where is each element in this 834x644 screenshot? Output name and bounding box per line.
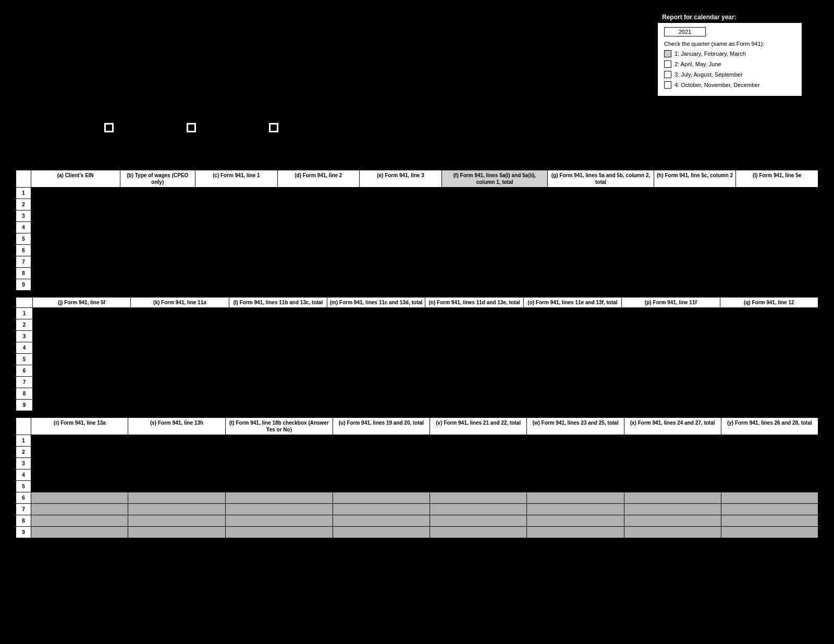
data-cell[interactable] — [654, 245, 736, 256]
data-cell[interactable] — [736, 199, 818, 210]
data-cell[interactable] — [360, 279, 442, 291]
data-cell[interactable] — [225, 447, 333, 458]
data-cell[interactable] — [430, 447, 527, 458]
data-cell[interactable] — [120, 188, 195, 199]
data-cell[interactable] — [721, 515, 818, 527]
data-cell[interactable] — [548, 268, 654, 279]
data-cell[interactable] — [654, 233, 736, 245]
data-cell[interactable] — [430, 435, 527, 447]
data-cell[interactable] — [195, 279, 278, 291]
data-cell[interactable] — [527, 492, 624, 504]
data-cell[interactable] — [622, 365, 720, 377]
data-cell[interactable] — [277, 210, 360, 222]
data-cell[interactable] — [225, 527, 333, 538]
data-cell[interactable] — [360, 199, 442, 210]
data-cell[interactable] — [736, 256, 818, 268]
data-cell[interactable] — [32, 331, 130, 342]
data-cell[interactable] — [131, 331, 229, 342]
data-cell[interactable] — [622, 354, 720, 365]
data-cell[interactable] — [32, 354, 130, 365]
data-cell[interactable] — [229, 331, 327, 342]
data-cell[interactable] — [721, 469, 818, 481]
data-cell[interactable] — [225, 435, 333, 447]
data-cell[interactable] — [128, 469, 225, 481]
data-cell[interactable] — [131, 365, 229, 377]
data-cell[interactable] — [624, 527, 721, 538]
data-cell[interactable] — [430, 504, 527, 515]
data-cell[interactable] — [31, 245, 120, 256]
data-cell[interactable] — [229, 377, 327, 388]
data-cell[interactable] — [128, 492, 225, 504]
data-cell[interactable] — [131, 400, 229, 411]
data-cell[interactable] — [31, 233, 120, 245]
data-cell[interactable] — [523, 400, 621, 411]
data-cell[interactable] — [225, 481, 333, 492]
data-cell[interactable] — [195, 268, 278, 279]
data-cell[interactable] — [229, 308, 327, 319]
data-cell[interactable] — [327, 365, 425, 377]
data-cell[interactable] — [721, 447, 818, 458]
data-cell[interactable] — [720, 377, 818, 388]
data-cell[interactable] — [622, 400, 720, 411]
data-cell[interactable] — [523, 342, 621, 354]
data-cell[interactable] — [527, 515, 624, 527]
data-cell[interactable] — [720, 388, 818, 400]
data-cell[interactable] — [430, 469, 527, 481]
data-cell[interactable] — [654, 256, 736, 268]
data-cell[interactable] — [736, 188, 818, 199]
data-cell[interactable] — [624, 458, 721, 469]
data-cell[interactable] — [31, 435, 128, 447]
data-cell[interactable] — [277, 233, 360, 245]
data-cell[interactable] — [523, 319, 621, 331]
data-cell[interactable] — [548, 222, 654, 233]
data-cell[interactable] — [277, 268, 360, 279]
data-cell[interactable] — [31, 469, 128, 481]
data-cell[interactable] — [622, 377, 720, 388]
data-cell[interactable] — [425, 388, 523, 400]
data-cell[interactable] — [624, 504, 721, 515]
data-cell[interactable] — [277, 188, 360, 199]
data-cell[interactable] — [32, 400, 130, 411]
data-cell[interactable] — [622, 342, 720, 354]
data-cell[interactable] — [736, 233, 818, 245]
data-cell[interactable] — [523, 365, 621, 377]
data-cell[interactable] — [721, 527, 818, 538]
data-cell[interactable] — [31, 481, 128, 492]
data-cell[interactable] — [720, 308, 818, 319]
data-cell[interactable] — [527, 447, 624, 458]
data-cell[interactable] — [333, 447, 430, 458]
data-cell[interactable] — [548, 233, 654, 245]
data-cell[interactable] — [128, 435, 225, 447]
data-cell[interactable] — [229, 319, 327, 331]
data-cell[interactable] — [120, 222, 195, 233]
quarter-4-checkbox[interactable] — [664, 81, 671, 89]
data-cell[interactable] — [131, 319, 229, 331]
data-cell[interactable] — [527, 458, 624, 469]
data-cell[interactable] — [195, 256, 278, 268]
data-cell[interactable] — [548, 210, 654, 222]
data-cell[interactable] — [131, 354, 229, 365]
data-cell[interactable] — [128, 447, 225, 458]
data-cell[interactable] — [425, 377, 523, 388]
data-cell[interactable] — [548, 188, 654, 199]
data-cell[interactable] — [360, 233, 442, 245]
data-cell[interactable] — [720, 331, 818, 342]
data-cell[interactable] — [128, 527, 225, 538]
data-cell[interactable] — [736, 210, 818, 222]
data-cell[interactable] — [430, 458, 527, 469]
data-cell[interactable] — [441, 222, 548, 233]
data-cell[interactable] — [622, 308, 720, 319]
data-cell[interactable] — [523, 388, 621, 400]
data-cell[interactable] — [720, 354, 818, 365]
data-cell[interactable] — [128, 458, 225, 469]
data-cell[interactable] — [327, 319, 425, 331]
data-cell[interactable] — [333, 515, 430, 527]
data-cell[interactable] — [527, 527, 624, 538]
data-cell[interactable] — [31, 447, 128, 458]
data-cell[interactable] — [327, 354, 425, 365]
data-cell[interactable] — [31, 222, 120, 233]
data-cell[interactable] — [120, 245, 195, 256]
data-cell[interactable] — [333, 527, 430, 538]
data-cell[interactable] — [736, 268, 818, 279]
data-cell[interactable] — [523, 308, 621, 319]
